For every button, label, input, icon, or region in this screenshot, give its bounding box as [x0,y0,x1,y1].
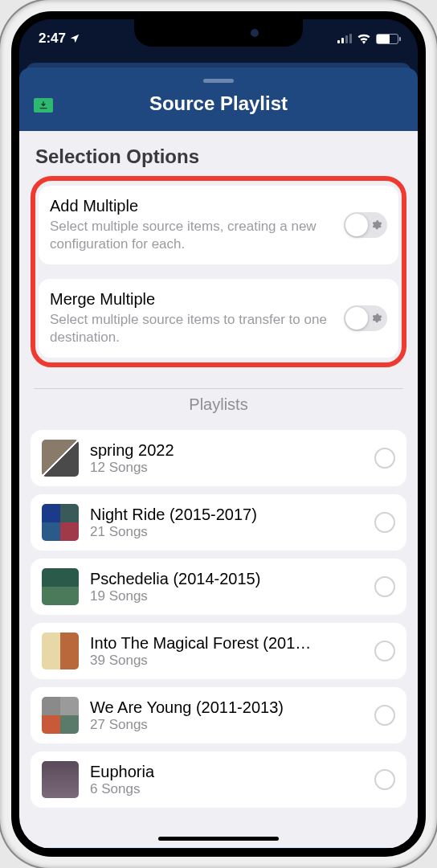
radio-select[interactable] [374,448,395,469]
download-icon[interactable] [34,98,53,113]
notch [134,19,303,47]
radio-select[interactable] [374,512,395,533]
playlist-subtitle: 19 Songs [90,588,363,604]
radio-select[interactable] [374,769,395,790]
playlist-row[interactable]: Euphoria 6 Songs [31,751,406,808]
playlist-title: Pschedelia (2014-2015) [90,570,363,588]
sheet-grabber[interactable] [203,79,234,83]
playlist-subtitle: 12 Songs [90,460,363,476]
toggle-add-multiple[interactable] [344,212,387,238]
album-art [42,761,79,798]
status-time: 2:47 [39,31,66,47]
content-scroll[interactable]: Selection Options Add Multiple Select mu… [19,131,418,848]
gear-icon [371,313,382,324]
album-art [42,504,79,541]
option-title: Add Multiple [50,197,336,215]
list-header: Playlists [34,388,403,420]
playlist-row[interactable]: We Are Young (2011-2013) 27 Songs [31,687,406,743]
album-art [42,697,79,734]
playlist-row[interactable]: Night Ride (2015-2017) 21 Songs [31,494,406,551]
album-art [42,440,79,477]
radio-select[interactable] [374,576,395,597]
option-title: Merge Multiple [50,290,336,309]
phone-frame: 2:47 Source Playlist Selection Options [0,0,437,868]
playlist-title: Night Ride (2015-2017) [90,506,363,524]
sheet-header: Source Playlist [19,68,418,131]
option-desc: Select multiple source items to transfer… [50,311,336,346]
toggle-knob [345,214,368,236]
battery-icon [376,34,398,44]
page-title: Source Playlist [32,92,405,115]
radio-select[interactable] [374,705,395,726]
playlist-subtitle: 27 Songs [90,717,363,733]
highlight-annotation: Add Multiple Select multiple source item… [31,176,406,367]
location-arrow-icon [69,33,80,44]
album-art [42,568,79,605]
playlist-subtitle: 39 Songs [90,653,363,669]
playlist-title: Euphoria [90,763,363,781]
camera-dot [251,29,259,37]
section-label: Selection Options [31,145,406,168]
screen: 2:47 Source Playlist Selection Options [11,11,426,857]
wifi-icon [357,33,371,44]
option-desc: Select multiple source items, creating a… [50,218,336,253]
playlist-title: We Are Young (2011-2013) [90,698,363,717]
status-right [337,33,398,44]
album-art [42,633,79,669]
cellular-icon [337,34,352,43]
playlist-row[interactable]: Pschedelia (2014-2015) 19 Songs [31,559,406,615]
playlist-title: Into The Magical Forest (201… [90,634,363,653]
option-merge-multiple: Merge Multiple Select multiple source it… [39,279,398,358]
toggle-knob [345,307,368,330]
status-left: 2:47 [39,31,80,47]
radio-select[interactable] [374,641,395,661]
playlist-subtitle: 21 Songs [90,524,363,540]
playlist-row[interactable]: spring 2022 12 Songs [31,430,406,486]
playlist-title: spring 2022 [90,441,363,460]
gear-icon [371,219,382,231]
option-add-multiple: Add Multiple Select multiple source item… [39,186,398,264]
home-indicator[interactable] [158,837,279,841]
playlist-row[interactable]: Into The Magical Forest (201… 39 Songs [31,623,406,679]
toggle-merge-multiple[interactable] [344,305,387,331]
playlist-subtitle: 6 Songs [90,781,363,797]
